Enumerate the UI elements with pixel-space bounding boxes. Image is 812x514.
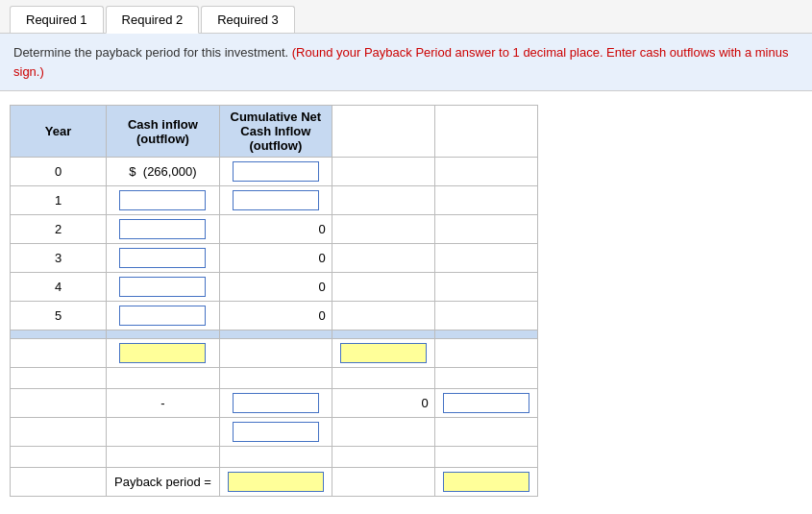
cumulative-cell-0[interactable] [219, 158, 332, 186]
extra-cell-1a [332, 186, 434, 215]
payback-input-cell[interactable] [219, 468, 332, 497]
cash-input-3[interactable] [119, 248, 206, 268]
empty1-col4 [332, 368, 434, 389]
extra2-input2[interactable] [443, 393, 529, 413]
payback-col1 [11, 468, 107, 497]
empty-row-2 [11, 447, 538, 468]
cumulative-cell-1[interactable] [219, 186, 332, 215]
extra1-col1 [11, 339, 107, 368]
cumulative-cell-5: 0 [219, 302, 332, 330]
tab-required3[interactable]: Required 3 [201, 6, 295, 33]
extra2-col4: 0 [332, 389, 434, 418]
table-row: 5 0 [11, 302, 538, 330]
extra2-input1[interactable] [233, 393, 319, 413]
extra-row-3 [11, 418, 538, 447]
extra2-col1 [11, 389, 107, 418]
instruction-box: Determine the payback period for this in… [0, 34, 812, 91]
payback-input[interactable] [228, 472, 324, 492]
main-content: Year Cash inflow(outflow) Cumulative Net… [0, 91, 812, 514]
extra3-input1[interactable] [233, 422, 319, 442]
year-cell-5: 5 [11, 302, 107, 330]
col-cash-inflow-header: Cash inflow(outflow) [107, 106, 220, 158]
cumulative-input-0[interactable] [233, 161, 319, 182]
extra-cell-2a [332, 215, 434, 244]
cash-cell-4[interactable] [107, 273, 220, 302]
cash-input-4[interactable] [119, 277, 206, 297]
extra-cell-2b [434, 215, 537, 244]
empty2-col4 [332, 447, 434, 468]
cumulative-cell-3: 0 [219, 244, 332, 273]
extra-cell-3a [332, 244, 434, 273]
cash-input-1[interactable] [119, 190, 206, 210]
cash-flow-table: Year Cash inflow(outflow) Cumulative Net… [10, 105, 538, 497]
cash-cell-3[interactable] [107, 244, 220, 273]
cash-cell-1[interactable] [107, 186, 220, 215]
tab-required1[interactable]: Required 1 [10, 6, 104, 33]
extra-cell-5a [332, 302, 434, 330]
blue-row-2 [107, 330, 220, 339]
cash-cell-5[interactable] [107, 302, 220, 330]
empty1-col1 [11, 368, 107, 389]
blue-row-5 [434, 330, 537, 339]
extra1-col4[interactable] [332, 339, 434, 368]
extra1-input2[interactable] [340, 343, 427, 363]
cash-input-5[interactable] [119, 306, 206, 326]
year-cell-4: 4 [11, 273, 107, 302]
extra3-col1 [11, 418, 107, 447]
extra2-col5[interactable] [434, 389, 537, 418]
extra-row-1 [11, 339, 538, 368]
payback-label-cell: Payback period = [107, 468, 220, 497]
payback-after-cell [332, 468, 434, 497]
tab-required2[interactable]: Required 2 [106, 6, 200, 34]
extra1-col5 [434, 339, 537, 368]
empty1-col3 [219, 368, 332, 389]
payback-extra-cell[interactable] [434, 468, 537, 497]
year-cell-3: 3 [11, 244, 107, 273]
payback-row: Payback period = [11, 468, 538, 497]
extra-cell-0a [332, 158, 434, 186]
extra3-col4 [332, 418, 434, 447]
payback-extra-input[interactable] [443, 472, 529, 492]
instruction-main: Determine the payback period for this in… [13, 45, 292, 60]
blue-row-3 [219, 330, 332, 339]
year-cell-0: 0 [11, 158, 107, 186]
extra3-col3[interactable] [219, 418, 332, 447]
extra3-col5 [434, 418, 537, 447]
dollar-sign: $ [129, 164, 135, 179]
table-row: 3 0 [11, 244, 538, 273]
extra2-col3[interactable] [219, 389, 332, 418]
cash-cell-2[interactable] [107, 215, 220, 244]
extra-cell-5b [434, 302, 537, 330]
cumulative-cell-2: 0 [219, 215, 332, 244]
extra1-input1[interactable] [119, 343, 206, 363]
blue-row-1 [11, 330, 107, 339]
blue-row-4 [332, 330, 434, 339]
year-cell-1: 1 [11, 186, 107, 215]
empty2-col2 [107, 447, 220, 468]
year-cell-2: 2 [11, 215, 107, 244]
empty-row-1 [11, 368, 538, 389]
extra1-col2[interactable] [107, 339, 220, 368]
tab-bar: Required 1 Required 2 Required 3 [0, 0, 812, 34]
table-row: 1 [11, 186, 538, 215]
extra-cell-0b [434, 158, 537, 186]
empty1-col2 [107, 368, 220, 389]
payback-label: Payback period = [114, 475, 211, 489]
extra3-col2 [107, 418, 220, 447]
extra-cell-4a [332, 273, 434, 302]
col-extra1-header [332, 106, 434, 158]
extra1-col3 [219, 339, 332, 368]
cumulative-cell-4: 0 [219, 273, 332, 302]
table-row: 2 0 [11, 215, 538, 244]
extra-row-2: - 0 [11, 389, 538, 418]
table-row: 0 $ (266,000) [11, 158, 538, 186]
cash-input-2[interactable] [119, 219, 206, 239]
empty2-col5 [434, 447, 537, 468]
cumulative-input-1[interactable] [233, 190, 319, 210]
table-row: 4 0 [11, 273, 538, 302]
col-extra2-header [434, 106, 537, 158]
empty2-col3 [219, 447, 332, 468]
extra2-col2: - [107, 389, 220, 418]
col-year-header: Year [11, 106, 107, 158]
spacer-row-blue [11, 330, 538, 339]
